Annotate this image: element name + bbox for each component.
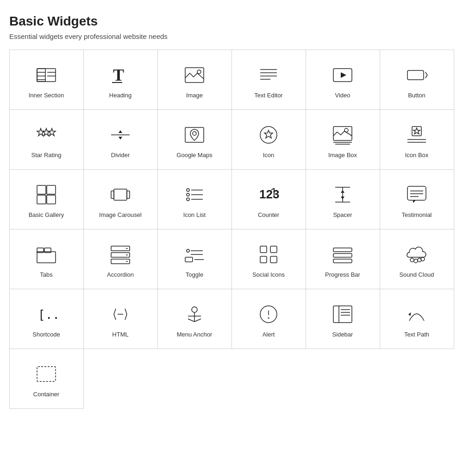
svg-point-26 [260, 127, 277, 143]
svg-marker-23 [119, 137, 122, 140]
widget-label-alert: Alert [263, 331, 275, 338]
svg-text:123: 123 [259, 187, 279, 201]
svg-marker-106 [408, 312, 411, 316]
widget-label-icon-list: Icon List [183, 211, 206, 218]
widget-card-shortcode[interactable]: [...]Shortcode [9, 289, 84, 349]
counter-icon: 123 [257, 183, 281, 207]
toggle-icon [182, 242, 206, 267]
svg-line-89 [114, 314, 116, 320]
accordion-icon [108, 242, 132, 267]
widget-card-basic-gallery[interactable]: Basic Gallery [9, 169, 84, 229]
widget-label-counter: Counter [258, 211, 279, 218]
widget-label-button: Button [408, 92, 425, 99]
widget-label-container: Container [33, 391, 59, 398]
widget-card-inner-section[interactable]: Inner Section [9, 50, 84, 110]
widget-label-video: Video [335, 92, 350, 99]
widget-card-tabs[interactable]: Tabs [9, 229, 84, 289]
icon-list-icon [182, 183, 206, 207]
widget-label-spacer: Spacer [333, 211, 352, 218]
container-icon [34, 362, 58, 386]
svg-rect-79 [270, 256, 277, 263]
widget-card-video[interactable]: Video [306, 50, 380, 110]
widget-label-social-icons: Social Icons [252, 271, 285, 278]
sound-cloud-icon [405, 242, 429, 267]
widget-label-heading: Heading [109, 92, 131, 99]
svg-text:[...]: [...] [38, 308, 57, 322]
svg-rect-78 [260, 256, 267, 263]
svg-line-91 [125, 314, 127, 320]
widget-card-menu-anchor[interactable]: Menu Anchor [157, 289, 232, 349]
svg-rect-38 [37, 195, 46, 204]
widget-card-testimonial[interactable]: Testimonial [380, 169, 454, 229]
widget-label-text-path: Text Path [404, 331, 429, 338]
widget-card-image[interactable]: Image [157, 50, 232, 110]
widget-card-social-icons[interactable]: Social Icons [232, 229, 306, 289]
divider-icon [108, 123, 132, 147]
svg-marker-27 [264, 130, 273, 138]
svg-point-10 [197, 70, 201, 74]
widget-card-image-carousel[interactable]: Image Carousel [83, 169, 158, 229]
widget-label-toggle: Toggle [186, 271, 203, 278]
alert-icon [257, 302, 281, 326]
widget-card-spacer[interactable]: Spacer [306, 169, 380, 229]
widget-label-text-editor: Text Editor [254, 92, 282, 99]
widget-card-image-box[interactable]: Image Box [306, 109, 380, 170]
progress-bar-icon [331, 242, 355, 267]
svg-line-90 [125, 309, 127, 314]
widget-card-toggle[interactable]: Toggle [157, 229, 232, 289]
svg-rect-81 [333, 254, 352, 257]
text-path-icon [405, 302, 429, 326]
widget-card-counter[interactable]: 123Counter [232, 169, 306, 229]
widget-card-star-rating[interactable]: Star Rating [9, 109, 84, 170]
widget-label-image: Image [186, 92, 203, 99]
widget-label-shortcode: Shortcode [32, 331, 60, 338]
widget-card-text-path[interactable]: Text Path [380, 289, 454, 349]
widget-label-icon-box: Icon Box [405, 152, 429, 159]
widget-card-button[interactable]: Button [380, 50, 454, 110]
widget-card-html[interactable]: HTML [83, 289, 158, 349]
widget-card-progress-bar[interactable]: Progress Bar [306, 229, 380, 289]
widget-card-alert[interactable]: Alert [232, 289, 306, 349]
widget-label-image-carousel: Image Carousel [99, 211, 142, 218]
widget-card-container[interactable]: Container [9, 349, 84, 409]
button-icon [405, 63, 429, 87]
svg-point-83 [410, 258, 414, 262]
widget-label-image-box: Image Box [328, 152, 357, 159]
svg-marker-55 [341, 190, 344, 193]
widget-label-sound-cloud: Sound Cloud [399, 271, 434, 278]
widget-card-sound-cloud[interactable]: Sound Cloud [380, 229, 454, 289]
widget-label-html: HTML [112, 331, 128, 338]
svg-rect-17 [407, 70, 424, 80]
widget-card-google-maps[interactable]: Google Maps [157, 109, 232, 170]
svg-line-88 [114, 309, 116, 314]
widget-label-divider: Divider [111, 152, 130, 159]
svg-rect-62 [37, 252, 56, 263]
svg-rect-41 [111, 191, 114, 198]
widget-card-divider[interactable]: Divider [83, 109, 158, 170]
svg-rect-77 [270, 246, 277, 253]
svg-marker-58 [413, 200, 416, 203]
widget-card-icon-box[interactable]: Icon Box [380, 109, 454, 170]
widget-card-heading[interactable]: THeading [83, 50, 158, 110]
svg-point-29 [344, 128, 348, 132]
widget-card-accordion[interactable]: Accordion [83, 229, 158, 289]
svg-marker-56 [341, 197, 344, 199]
widget-card-text-editor[interactable]: Text Editor [232, 50, 306, 110]
html-icon [108, 302, 132, 326]
page-title: Basic Widgets [9, 14, 454, 29]
widget-label-testimonial: Testimonial [401, 211, 432, 218]
icon-box-icon [405, 123, 429, 147]
svg-rect-36 [37, 185, 46, 194]
widget-label-progress-bar: Progress Bar [325, 271, 360, 278]
svg-rect-40 [114, 189, 127, 200]
svg-marker-16 [341, 72, 346, 78]
svg-rect-57 [407, 186, 426, 200]
testimonial-icon [405, 183, 429, 207]
widget-card-icon[interactable]: Icon [232, 109, 306, 170]
svg-marker-33 [413, 128, 420, 134]
image-carousel-icon [108, 183, 132, 207]
spacer-icon [331, 183, 355, 207]
widget-card-sidebar[interactable]: Sidebar [306, 289, 380, 349]
widget-label-accordion: Accordion [107, 271, 134, 278]
widget-card-icon-list[interactable]: Icon List [157, 169, 232, 229]
